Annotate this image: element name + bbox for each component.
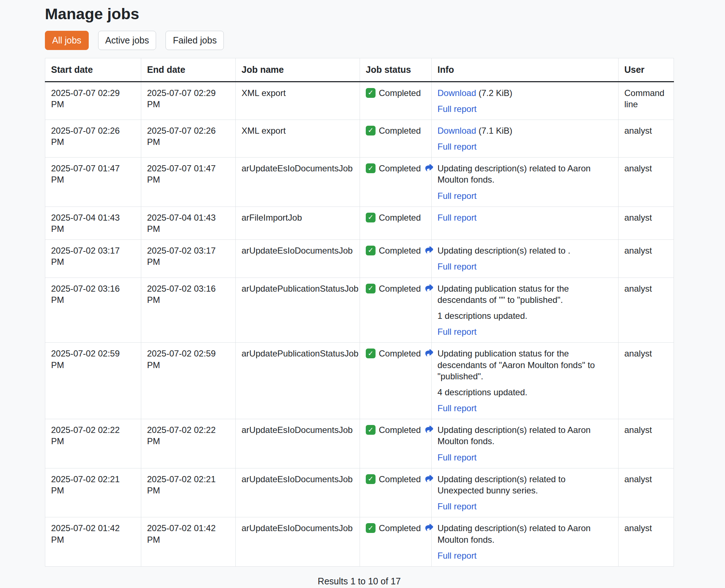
share-arrow-icon [424, 349, 434, 358]
job-status-cell: ✓ Completed [360, 343, 432, 419]
job-filter-tabs: All jobs Active jobs Failed jobs [45, 31, 674, 50]
full-report-link[interactable]: Full report [437, 213, 477, 222]
full-report-link[interactable]: Full report [437, 262, 477, 271]
completed-check-icon: ✓ [366, 246, 376, 255]
full-report-link[interactable]: Full report [437, 327, 477, 337]
user-cell: analyst [619, 468, 674, 517]
header-user: User [619, 58, 674, 82]
end-date-cell: 2025-07-02 03:16 PM [141, 278, 236, 343]
table-row: 2025-07-02 01:42 PM 2025-07-02 01:42 PM … [45, 517, 674, 567]
user-cell: analyst [619, 120, 674, 157]
end-date-cell: 2025-07-02 02:59 PM [141, 343, 236, 419]
filter-all-jobs-button[interactable]: All jobs [45, 31, 89, 50]
job-name-cell: arUpdateEsIoDocumentsJob [236, 240, 360, 278]
header-job-status: Job status [360, 58, 432, 82]
results-count: Results 1 to 10 of 17 [45, 576, 674, 587]
full-report-link[interactable]: Full report [437, 191, 477, 201]
info-cell: Updating description(s) related to Aaron… [432, 517, 619, 567]
filter-failed-jobs-button[interactable]: Failed jobs [165, 31, 224, 50]
full-report-link[interactable]: Full report [437, 453, 477, 462]
share-arrow-icon [424, 246, 434, 255]
info-cell: Updating description(s) related to Aaron… [432, 419, 619, 468]
full-report-link[interactable]: Full report [437, 501, 477, 511]
job-name-cell: arUpdateEsIoDocumentsJob [236, 419, 360, 468]
header-info: Info [432, 58, 619, 82]
job-status-cell: ✓ Completed [360, 240, 432, 278]
share-arrow-icon [424, 284, 434, 293]
start-date-cell: 2025-07-07 01:47 PM [45, 158, 141, 207]
job-status-cell: ✓ Completed [360, 207, 432, 239]
table-row: 2025-07-07 02:29 PM 2025-07-07 02:29 PM … [45, 82, 674, 120]
info-cell: Updating publication status for the desc… [432, 343, 619, 419]
start-date-cell: 2025-07-02 03:17 PM [45, 240, 141, 278]
jobs-table-header: Start date End date Job name Job status … [45, 58, 674, 82]
job-status-label: Completed [379, 522, 421, 534]
start-date-cell: 2025-07-07 02:29 PM [45, 82, 141, 120]
header-job-name: Job name [236, 58, 360, 82]
job-name-cell: arFileImportJob [236, 207, 360, 239]
job-status-label: Completed [379, 87, 421, 99]
completed-check-icon: ✓ [366, 474, 376, 484]
job-name-cell: arUpdatePublicationStatusJob [236, 343, 360, 419]
end-date-cell: 2025-07-02 03:17 PM [141, 240, 236, 278]
job-status-cell: ✓ Completed [360, 278, 432, 343]
job-name-cell: arUpdateEsIoDocumentsJob [236, 158, 360, 207]
job-name-cell: arUpdateEsIoDocumentsJob [236, 517, 360, 567]
job-status-cell: ✓ Completed [360, 120, 432, 157]
share-arrow-icon [424, 164, 434, 172]
job-status-cell: ✓ Completed [360, 419, 432, 468]
full-report-link[interactable]: Full report [437, 551, 477, 560]
start-date-cell: 2025-07-02 02:21 PM [45, 468, 141, 517]
user-cell: analyst [619, 158, 674, 207]
manage-jobs-page: Manage jobs All jobs Active jobs Failed … [45, 0, 674, 588]
job-status-cell: ✓ Completed [360, 517, 432, 567]
end-date-cell: 2025-07-02 02:21 PM [141, 468, 236, 517]
completed-check-icon: ✓ [366, 213, 376, 222]
start-date-cell: 2025-07-02 03:16 PM [45, 278, 141, 343]
start-date-cell: 2025-07-04 01:43 PM [45, 207, 141, 239]
completed-check-icon: ✓ [366, 88, 376, 98]
table-row: 2025-07-02 03:17 PM 2025-07-02 03:17 PM … [45, 240, 674, 278]
table-row: 2025-07-07 02:26 PM 2025-07-07 02:26 PM … [45, 120, 674, 157]
end-date-cell: 2025-07-04 01:43 PM [141, 207, 236, 239]
filter-active-jobs-button[interactable]: Active jobs [98, 31, 156, 50]
job-name-cell: XML export [236, 82, 360, 120]
job-name-cell: arUpdatePublicationStatusJob [236, 278, 360, 343]
header-start-date: Start date [45, 58, 141, 82]
end-date-cell: 2025-07-02 02:22 PM [141, 419, 236, 468]
user-cell: analyst [619, 278, 674, 343]
job-info-message: Updating publication status for the desc… [437, 283, 612, 305]
job-status-label: Completed [379, 212, 421, 223]
info-cell: Updating description(s) related to Aaron… [432, 158, 619, 207]
job-status-cell: ✓ Completed [360, 82, 432, 120]
job-status-label: Completed [379, 424, 421, 435]
end-date-cell: 2025-07-07 01:47 PM [141, 158, 236, 207]
download-link[interactable]: Download [437, 88, 476, 98]
job-status-cell: ✓ Completed [360, 468, 432, 517]
full-report-link[interactable]: Full report [437, 403, 477, 413]
user-cell: analyst [619, 343, 674, 419]
info-cell: Updating description(s) related to .Full… [432, 240, 619, 278]
user-cell: analyst [619, 517, 674, 567]
job-info-message: Updating description(s) related to Aaron… [437, 522, 612, 545]
job-info-message: 1 descriptions updated. [437, 310, 612, 321]
job-status-label: Completed [379, 283, 421, 294]
user-cell: analyst [619, 207, 674, 239]
header-end-date: End date [141, 58, 236, 82]
job-status-label: Completed [379, 474, 421, 485]
job-info-message: Updating description(s) related to Aaron… [437, 424, 612, 447]
user-cell: Command line [619, 82, 674, 120]
job-info-message: Updating description(s) related to Unexp… [437, 474, 612, 496]
job-info-message: Updating publication status for the desc… [437, 348, 612, 382]
completed-check-icon: ✓ [366, 126, 376, 135]
end-date-cell: 2025-07-07 02:29 PM [141, 82, 236, 120]
full-report-link[interactable]: Full report [437, 104, 477, 114]
user-cell: analyst [619, 240, 674, 278]
job-name-cell: XML export [236, 120, 360, 157]
download-link[interactable]: Download [437, 126, 476, 135]
info-cell: Download (7.1 KiB)Full report [432, 120, 619, 157]
info-cell: Download (7.2 KiB)Full report [432, 82, 619, 120]
completed-check-icon: ✓ [366, 425, 376, 435]
job-status-label: Completed [379, 125, 421, 136]
full-report-link[interactable]: Full report [437, 142, 477, 151]
